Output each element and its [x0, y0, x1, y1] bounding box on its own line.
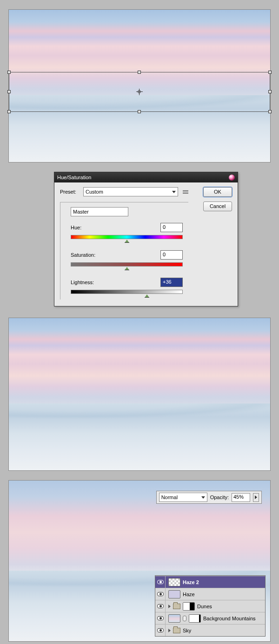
link-icon: [183, 616, 186, 621]
layer-visibility-toggle[interactable]: [155, 612, 166, 624]
layer-visibility-toggle[interactable]: [155, 600, 166, 612]
chevron-down-icon: [201, 496, 205, 499]
layer-row-body: Dunes: [166, 602, 265, 611]
preset-label: Preset:: [60, 189, 80, 195]
layer-name: Haze: [183, 592, 195, 597]
layer-mask-thumb[interactable]: [183, 602, 195, 611]
lightness-slider-row: Lightness: +36: [71, 278, 183, 294]
transform-bounding-box[interactable]: [9, 72, 270, 112]
layer-row-body: Sky: [166, 628, 265, 633]
blend-mode-select[interactable]: Normal: [159, 493, 207, 502]
chevron-down-icon: [172, 191, 176, 193]
cancel-button[interactable]: Cancel: [203, 202, 232, 211]
eye-icon: [157, 580, 164, 584]
layer-row-body: Haze: [166, 590, 265, 598]
saturation-input[interactable]: 0: [160, 250, 183, 260]
canvas-preview-layers: Normal Opacity: 45% Haze 2HazeDunesBackg…: [8, 480, 271, 642]
transform-handle-bl[interactable]: [7, 110, 11, 113]
adjustment-group: Master Hue: 0 Saturation: 0: [60, 202, 188, 299]
saturation-label: Saturation:: [71, 252, 95, 258]
blend-opacity-bar: Normal Opacity: 45%: [156, 491, 262, 504]
transform-handle-bm[interactable]: [138, 110, 141, 113]
triangle-right-icon: [255, 495, 257, 499]
preset-select[interactable]: Custom: [83, 187, 178, 196]
blend-mode-value: Normal: [161, 494, 178, 500]
preset-menu-icon[interactable]: [181, 188, 188, 195]
dialog-title: Hue/Saturation: [57, 175, 91, 180]
layer-visibility-toggle[interactable]: [155, 624, 166, 636]
opacity-label: Opacity:: [210, 494, 229, 500]
eye-icon: [157, 592, 164, 596]
channel-select[interactable]: Master: [71, 207, 128, 216]
transform-handle-mr[interactable]: [268, 90, 272, 93]
layer-row-body: Haze 2: [166, 578, 265, 586]
dialog-titlebar[interactable]: Hue/Saturation: [54, 172, 238, 182]
eye-icon: [157, 604, 164, 608]
layer-thumb[interactable]: [168, 614, 180, 623]
ok-button[interactable]: OK: [203, 187, 232, 197]
dialog-ornament-icon: [229, 175, 235, 181]
layer-row-body: Background Mountains: [166, 614, 265, 623]
preset-value: Custom: [86, 189, 103, 195]
layer-name: Sky: [183, 628, 191, 633]
layer-name: Haze 2: [183, 579, 199, 585]
saturation-slider-row: Saturation: 0: [71, 250, 183, 267]
hue-slider-row: Hue: 0: [71, 223, 183, 239]
lightness-label: Lightness:: [71, 280, 94, 285]
hue-input[interactable]: 0: [160, 223, 183, 232]
layers-panel: Haze 2HazeDunesBackground MountainsSky: [155, 575, 266, 637]
layer-row[interactable]: Sky: [155, 624, 265, 636]
opacity-flyout-button[interactable]: [253, 493, 259, 502]
disclosure-triangle-icon[interactable]: [168, 605, 171, 608]
eye-icon: [157, 628, 164, 632]
folder-icon: [173, 628, 180, 633]
folder-icon: [173, 604, 180, 609]
disclosure-triangle-icon[interactable]: [168, 629, 171, 632]
transform-handle-tr[interactable]: [268, 71, 272, 74]
layer-visibility-toggle[interactable]: [155, 588, 166, 600]
transform-handle-br[interactable]: [268, 110, 272, 113]
layer-thumb[interactable]: [168, 590, 180, 598]
layer-visibility-toggle[interactable]: [155, 576, 166, 588]
transform-handle-ml[interactable]: [7, 90, 11, 93]
layer-name: Dunes: [197, 604, 212, 609]
lightness-input[interactable]: +36: [160, 278, 183, 287]
channel-value: Master: [73, 209, 89, 215]
layer-mask-thumb[interactable]: [189, 614, 201, 623]
transform-center-icon[interactable]: [136, 89, 143, 95]
opacity-input[interactable]: 45%: [232, 493, 250, 502]
eye-icon: [157, 616, 164, 620]
layer-row[interactable]: Haze: [155, 588, 265, 600]
transform-handle-tm[interactable]: [138, 71, 141, 74]
saturation-slider-knob[interactable]: [125, 267, 129, 270]
layer-row[interactable]: Background Mountains: [155, 612, 265, 624]
lightness-slider[interactable]: [71, 290, 183, 294]
layer-row[interactable]: Dunes: [155, 600, 265, 612]
transform-handle-tl[interactable]: [7, 71, 11, 74]
layer-row[interactable]: Haze 2: [155, 576, 265, 588]
lightness-slider-knob[interactable]: [145, 294, 149, 298]
hue-slider[interactable]: [71, 235, 183, 239]
canvas-preview-result: [8, 318, 271, 471]
hue-label: Hue:: [71, 225, 81, 230]
dune-foreground: [9, 403, 270, 470]
layer-name: Background Mountains: [203, 616, 256, 621]
canvas-preview-transform[interactable]: [8, 9, 271, 163]
saturation-slider[interactable]: [71, 262, 183, 267]
hue-slider-knob[interactable]: [125, 240, 129, 243]
layer-thumb[interactable]: [168, 578, 180, 586]
hue-saturation-dialog: Hue/Saturation OK Cancel Preset: Custom: [54, 172, 238, 306]
